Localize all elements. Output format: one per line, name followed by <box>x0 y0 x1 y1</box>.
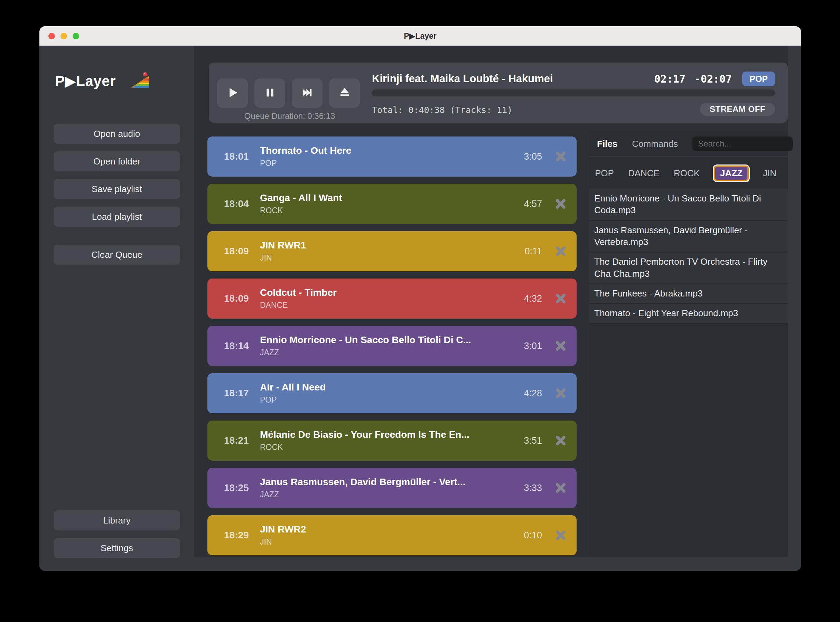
clear-queue-button[interactable]: Clear Queue <box>53 245 180 265</box>
tab-item[interactable]: Commands <box>632 139 678 149</box>
file-item[interactable]: Thornato - Eight Year Rebound.mp3 <box>590 304 788 324</box>
queue-row[interactable]: 18:09 Coldcut - Timber DANCE 4:32 <box>208 279 577 319</box>
queue-row-start-time: 18:09 <box>224 246 249 257</box>
sidebar-button[interactable]: Load playlist <box>53 207 180 227</box>
remove-track-icon[interactable] <box>554 292 567 305</box>
queue-row-start-time: 18:09 <box>224 293 249 304</box>
queue-row[interactable]: 18:09 JIN RWR1 JIN 0:11 <box>208 231 577 271</box>
file-item[interactable]: Ennio Morricone - Un Sacco Bello Titoli … <box>590 189 788 221</box>
queue-row-info: Janus Rasmussen, David Bergmüller - Vert… <box>260 477 504 499</box>
queue-row-start-time: 18:01 <box>224 151 249 162</box>
time-display: 02:17-02:07 <box>654 73 732 85</box>
traffic-lights <box>48 33 79 40</box>
search-input[interactable] <box>692 137 793 151</box>
queue-row-genre: ROCK <box>260 206 504 215</box>
queue-row-duration: 0:10 <box>524 530 542 541</box>
sidebar-bottom-group: LibrarySettings <box>53 511 180 566</box>
window-content: P▶Layer <box>40 46 801 571</box>
queue-row-title: JIN RWR2 <box>260 524 504 535</box>
zoom-window-button[interactable] <box>73 33 79 40</box>
queue-row-info: JIN RWR1 JIN <box>260 240 504 263</box>
titlebar[interactable]: P▶Layer <box>40 26 801 46</box>
queue-row[interactable]: 18:29 JIN RWR2 JIN 0:10 <box>208 515 577 555</box>
queue-row-start-time: 18:29 <box>224 530 249 541</box>
skip-next-icon <box>300 85 315 101</box>
track-title: Kirinji feat. Maika Loubté - Hakumei <box>372 73 654 85</box>
play-icon <box>225 85 240 101</box>
queue-row-info: Ennio Morricone - Un Sacco Bello Titoli … <box>260 334 504 357</box>
play-button[interactable] <box>217 78 248 108</box>
queue-row[interactable]: 18:04 Ganga - All I Want ROCK 4:57 <box>208 184 577 224</box>
eject-button[interactable] <box>329 78 360 108</box>
queue-row-title: Mélanie De Biasio - Your Freedom Is The … <box>260 429 504 440</box>
remove-track-icon[interactable] <box>554 482 567 494</box>
genre-filter-chip[interactable]: ROCK <box>674 168 699 178</box>
close-window-button[interactable] <box>48 33 55 40</box>
queue-row-start-time: 18:14 <box>224 340 249 351</box>
queue-row-title: Ennio Morricone - Un Sacco Bello Titoli … <box>260 334 504 346</box>
remove-track-icon[interactable] <box>554 434 567 447</box>
queue-row[interactable]: 18:25 Janus Rasmussen, David Bergmüller … <box>208 468 577 508</box>
logo-row: P▶Layer <box>55 70 180 91</box>
queue-row-genre: POP <box>260 395 504 405</box>
sidebar-button[interactable]: Library <box>53 511 180 531</box>
remove-track-icon[interactable] <box>554 245 567 258</box>
queue-row-title: Ganga - All I Want <box>260 192 504 204</box>
remove-track-icon[interactable] <box>554 529 567 541</box>
sidebar-button-group: Open audioOpen folderSave playlistLoad p… <box>53 124 180 234</box>
eject-icon <box>338 85 352 101</box>
queue-list: 18:01 Thornato - Out Here POP 3:05 <box>208 137 577 557</box>
remove-track-icon[interactable] <box>554 150 567 163</box>
genre-filter-chip[interactable]: DANCE <box>628 168 660 178</box>
progress-bar[interactable] <box>372 90 775 96</box>
queue-row-duration: 4:57 <box>524 199 542 209</box>
cake-icon <box>130 71 150 91</box>
file-item[interactable]: Janus Rasmussen, David Bergmüller - Vert… <box>590 221 788 253</box>
queue-row-title: Air - All I Need <box>260 382 504 393</box>
minimize-window-button[interactable] <box>61 33 67 40</box>
stream-toggle-button[interactable]: STREAM OFF <box>700 103 775 116</box>
queue-row-genre: DANCE <box>260 300 504 310</box>
tab-item[interactable]: Files <box>597 139 617 149</box>
queue-row-start-time: 18:17 <box>224 388 249 399</box>
sidebar-button[interactable]: Settings <box>53 538 180 558</box>
queue-row-title: Coldcut - Timber <box>260 287 504 298</box>
queue-row-title: Janus Rasmussen, David Bergmüller - Vert… <box>260 477 504 488</box>
queue-row[interactable]: 18:14 Ennio Morricone - Un Sacco Bello T… <box>208 326 577 366</box>
file-browser-header: FilesCommands <box>590 132 788 151</box>
remove-track-icon[interactable] <box>554 387 567 399</box>
window-title: P▶Layer <box>40 32 801 41</box>
next-track-button[interactable] <box>292 78 322 108</box>
queue-row-duration: 4:28 <box>524 388 542 399</box>
queue-row-title: JIN RWR1 <box>260 240 504 251</box>
genre-filter-chip[interactable]: POP <box>595 168 614 178</box>
sidebar-button[interactable]: Open folder <box>53 151 180 171</box>
genre-filter-chip[interactable]: JIN <box>763 168 776 178</box>
queue-row-start-time: 18:21 <box>224 435 249 446</box>
queue-row-info: JIN RWR2 JIN <box>260 524 504 547</box>
remove-track-icon[interactable] <box>554 340 567 352</box>
remove-track-icon[interactable] <box>554 198 567 210</box>
queue-row-info: Thornato - Out Here POP <box>260 145 504 168</box>
queue-row[interactable]: 18:17 Air - All I Need POP 4:28 <box>208 373 577 413</box>
sidebar-button[interactable]: Save playlist <box>53 179 180 199</box>
current-genre-badge: POP <box>742 72 775 86</box>
file-item[interactable]: The Daniel Pemberton TV Orchestra - Flir… <box>590 253 788 284</box>
pause-button[interactable] <box>254 78 285 108</box>
queue-row-info: Ganga - All I Want ROCK <box>260 192 504 215</box>
file-browser-panel: FilesCommands POPDANCEROCKJAZZJIN Ennio … <box>590 132 788 557</box>
queue-row-duration: 3:33 <box>524 483 542 494</box>
queue-row[interactable]: 18:21 Mélanie De Biasio - Your Freedom I… <box>208 421 577 460</box>
genre-filter-chip[interactable]: JAZZ <box>714 166 749 181</box>
queue-row-duration: 3:01 <box>524 341 542 351</box>
sidebar-button[interactable]: Open audio <box>53 124 180 144</box>
app-window: P▶Layer P▶Layer <box>40 26 801 571</box>
lower-area: 18:01 Thornato - Out Here POP 3:05 <box>194 132 788 557</box>
queue-row-info: Mélanie De Biasio - Your Freedom Is The … <box>260 429 504 452</box>
queue-row-duration: 3:05 <box>524 151 542 162</box>
queue-row[interactable]: 18:01 Thornato - Out Here POP 3:05 <box>208 137 577 177</box>
player-panel: Queue Duration: 0:36:13 Kirinji feat. Ma… <box>209 63 788 123</box>
queue-row-genre: JAZZ <box>260 490 504 499</box>
queue-row-genre: POP <box>260 159 504 168</box>
file-item[interactable]: The Funkees - Abraka.mp3 <box>590 284 788 304</box>
